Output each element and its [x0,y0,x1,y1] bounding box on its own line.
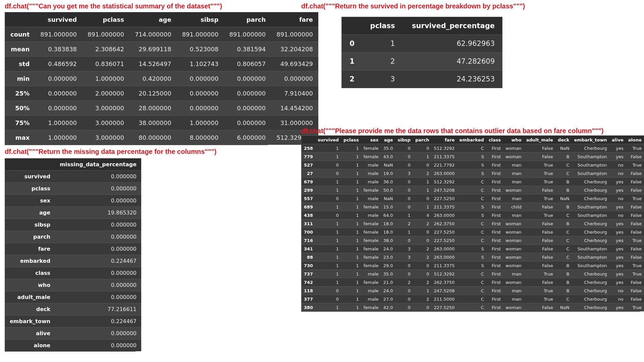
cell: male [361,211,381,220]
cell: C [457,220,486,228]
table-row: survived0.000000 [5,171,141,183]
table-row: count891.000000891.000000714.000000891.0… [5,27,318,42]
column-header: parch [413,136,431,144]
cell: 263.0000 [432,169,457,178]
cell: Southampton [572,245,609,253]
cell: 62.962963 [402,35,502,53]
column-header: sex [361,136,381,144]
table-row: 55701maleNaN00227.5250CFirstmanTrueNaNCh… [302,194,644,203]
cell: woman [503,144,524,153]
cell: Southampton [572,153,609,161]
column-header: age [129,12,177,27]
table-row: 37701male27.002211.5000CFirstmanTrueCChe… [302,295,644,303]
table-row: mean0.3838382.30864229.6991180.5230080.3… [5,42,318,57]
table-row: 2324.236253 [342,70,502,88]
cell: First [486,144,503,153]
row-label: alive [5,327,55,340]
cell: 0.806057 [224,57,271,71]
table-row: pclass0.000000 [5,183,141,195]
cell: 3 [395,245,413,253]
missing-table: missing_data_percentage survived0.000000… [5,158,136,352]
row-label: 258 [302,144,315,153]
cell: 227.5250 [432,194,457,203]
cell: True [524,295,555,303]
cell: woman [503,261,524,270]
cell: 0 [413,303,431,312]
cell: yes [609,220,626,228]
cell: 0.000000 [55,171,141,183]
table-row: embark_town0.224467 [5,315,141,327]
cell: 19.0 [381,169,395,178]
cell: woman [503,303,524,312]
cell: S [457,253,486,261]
cell: False [524,245,555,253]
cell: C [555,295,572,303]
table-row: parch0.000000 [5,231,141,243]
cell: yes [609,186,626,194]
cell: 0.000000 [55,183,141,195]
cell: 0.000000 [55,243,141,255]
cell: man [503,178,524,186]
cell: First [486,161,503,169]
cell: C [555,211,572,220]
cell: 0 [315,169,341,178]
pct-table: pclasssurvived_percentage 0162.962963124… [341,17,502,88]
cell: 49.693429 [271,57,318,71]
cell: First [486,169,503,178]
table-row: 71611female38.000227.5250CFirstwomanFals… [302,236,644,245]
cell: 4 [413,211,431,220]
row-label: who [5,279,55,291]
cell: S [457,245,486,253]
cell: male [361,270,381,278]
cell: 0.000000 [224,86,271,101]
cell: Cherbourg [572,186,609,194]
row-label: 737 [302,270,315,278]
cell: 80.000000 [129,130,177,145]
cell: 247.5208 [432,186,457,194]
table-row: sibsp0.000000 [5,219,141,231]
column-header: adult_male [524,136,555,144]
cell: 15.0 [381,203,395,211]
cell: 27.0 [381,295,395,303]
cell: female [361,186,381,194]
cell: female [361,253,381,261]
cell: C [457,194,486,203]
table-row: embarked0.224467 [5,255,141,267]
column-header: deck [555,136,572,144]
cell: 1 [341,253,361,261]
cell: 0 [395,203,413,211]
cell: 0.383838 [35,42,82,57]
cell: First [486,194,503,203]
cell: 43.0 [381,153,395,161]
cell: False [626,220,644,228]
row-label: 1 [342,53,362,70]
cell: First [486,203,503,211]
column-header: fare [432,136,457,144]
table-row: 67911male36.001512.3292CFirstmanTrueBChe… [302,178,644,186]
table-row: 29911female50.001247.5208CFirstwomanFals… [302,186,644,194]
table-row: alive0.000000 [5,327,141,340]
cell: 227.5250 [432,228,457,236]
row-label: class [5,267,55,279]
cell: C [555,253,572,261]
cell: 512.3292 [432,270,457,278]
cell: yes [609,245,626,253]
table-row: 11801male24.001247.5208CFirstmanTrueBChe… [302,287,644,295]
cell: 0 [315,161,341,169]
cell: 0 [413,261,431,270]
cell: C [555,236,572,245]
cell: 0 [395,270,413,278]
row-label: parch [5,231,55,243]
row-label: 50% [5,101,35,116]
cell: 1 [341,228,361,236]
cell: 262.3750 [432,278,457,287]
row-label: count [5,27,35,42]
cell: female [361,153,381,161]
cell: Cherbourg [572,144,609,153]
table-row: 1247.282609 [342,53,502,70]
cell: 1 [315,228,341,236]
table-row: fare0.000000 [5,243,141,255]
cell: 0 [395,303,413,312]
cell: 0.000000 [55,231,141,243]
cell: female [361,245,381,253]
